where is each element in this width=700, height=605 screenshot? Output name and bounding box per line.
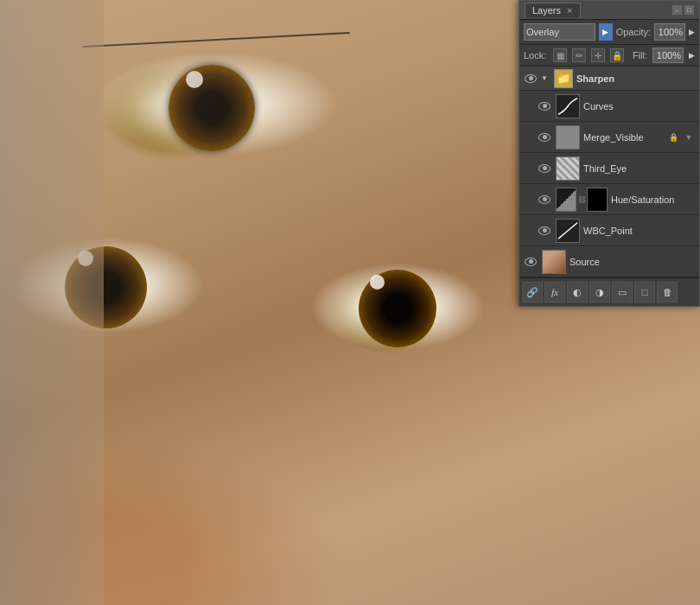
thumb-merge [556,125,580,150]
panel-win-controls: – □ [672,5,694,15]
layer-name-source: Source [570,257,696,267]
link-layers-btn[interactable]: 🔗 [522,282,543,302]
opacity-stepper[interactable]: ▶ [689,28,695,36]
visibility-icon-merge [538,133,550,142]
layers-tab-close[interactable]: × [567,5,572,16]
visibility-icon-sharpen [525,74,537,83]
thumb-sharpen: 📁 [554,69,573,88]
fill-label: Fill: [633,50,647,60]
lock-move-btn[interactable]: ✛ [591,48,605,62]
opacity-label: Opacity: [616,27,651,37]
layer-name-curves: Curves [583,101,696,111]
blend-opacity-row: NormalDissolveDarkenMultiplyColor BurnLi… [519,20,699,45]
eye-source[interactable] [523,254,538,270]
layer-row-merge[interactable]: Merge_Visible 🔒 ▼ [519,122,699,153]
eye-wbc[interactable] [537,223,552,239]
layer-row-thirdeye[interactable]: Third_Eye [519,153,699,184]
panel-title-tabs: Layers × [525,3,581,17]
layer-row-curves[interactable]: Curves [519,91,699,122]
panel-maximize-btn[interactable]: □ [684,5,694,15]
blend-mode-select[interactable]: NormalDissolveDarkenMultiplyColor BurnLi… [524,23,595,41]
thumb-huesat-dual: ⛓ [556,188,608,212]
new-group-btn[interactable]: ▭ [612,282,633,302]
eye-thirdeye[interactable] [537,161,552,176]
visibility-icon-huesat [538,195,550,204]
thumb-wbc [556,219,580,243]
visibility-icon-wbc [538,226,550,235]
visibility-icon-thirdeye [538,164,550,173]
panel-titlebar: Layers × – □ [519,1,699,20]
fill-stepper[interactable]: ▶ [689,51,695,60]
layer-name-huesat: Hue/Saturation [611,194,696,205]
merge-extra-icon[interactable]: ▼ [682,131,696,144]
lock-brush-btn[interactable]: ✏ [572,48,586,62]
layer-row-source[interactable]: Source [519,246,699,277]
layers-list: ▼ 📁 Sharpen Curves [519,67,699,277]
eye-curves[interactable] [537,99,552,114]
lock-label: Lock: [524,50,546,60]
lock-checkered-btn[interactable]: ▦ [553,48,567,62]
opacity-input[interactable] [654,23,685,41]
layer-name-merge: Merge_Visible [583,132,666,143]
fill-input[interactable] [652,48,684,63]
panel-minimize-btn[interactable]: – [672,5,682,15]
chain-icon-huesat: ⛓ [577,188,586,212]
delete-layer-btn[interactable]: 🗑 [657,282,678,302]
thumb-curves [556,94,580,118]
lock-fill-row: Lock: ▦ ✏ ✛ 🔒 Fill: ▶ [519,45,699,67]
add-mask-btn[interactable]: ◐ [567,282,588,302]
thumb-huesat-mask [587,188,608,212]
layer-name-wbc: WBC_Point [583,226,696,236]
blend-mode-arrow[interactable]: ▶ [599,23,613,41]
layer-row-wbc[interactable]: WBC_Point [519,215,699,246]
eye-merge[interactable] [537,130,552,145]
layers-panel: Layers × – □ NormalDissolveDarkenMultipl… [519,0,700,307]
new-layer-btn[interactable]: □ [634,282,655,302]
thumb-huesat-adj [556,188,576,212]
merge-lock-icon: 🔒 [666,131,680,144]
layer-row-huesat[interactable]: ⛓ Hue/Saturation [519,184,699,215]
adjustment-btn[interactable]: ◑ [589,282,610,302]
wbc-svg [557,220,579,242]
eye-huesat[interactable] [537,192,552,207]
expand-icon-sharpen[interactable]: ▼ [538,73,550,85]
thumb-source [542,250,566,274]
layers-tab[interactable]: Layers × [525,3,581,17]
layers-tab-label: Layers [532,5,561,16]
visibility-icon-curves [538,102,550,111]
layer-name-sharpen: Sharpen [576,73,696,84]
layer-row-sharpen[interactable]: ▼ 📁 Sharpen [519,67,699,91]
lock-all-btn[interactable]: 🔒 [610,48,624,62]
visibility-icon-source [525,258,537,266]
curves-svg [557,95,579,118]
fx-btn[interactable]: fx [544,282,565,302]
layer-name-thirdeye: Third_Eye [583,163,696,174]
panel-toolbar: 🔗 fx ◐ ◑ ▭ □ 🗑 [519,277,699,306]
fx-icon: fx [551,287,558,297]
eye-sharpen[interactable] [523,71,538,86]
thumb-thirdeye [556,156,580,181]
